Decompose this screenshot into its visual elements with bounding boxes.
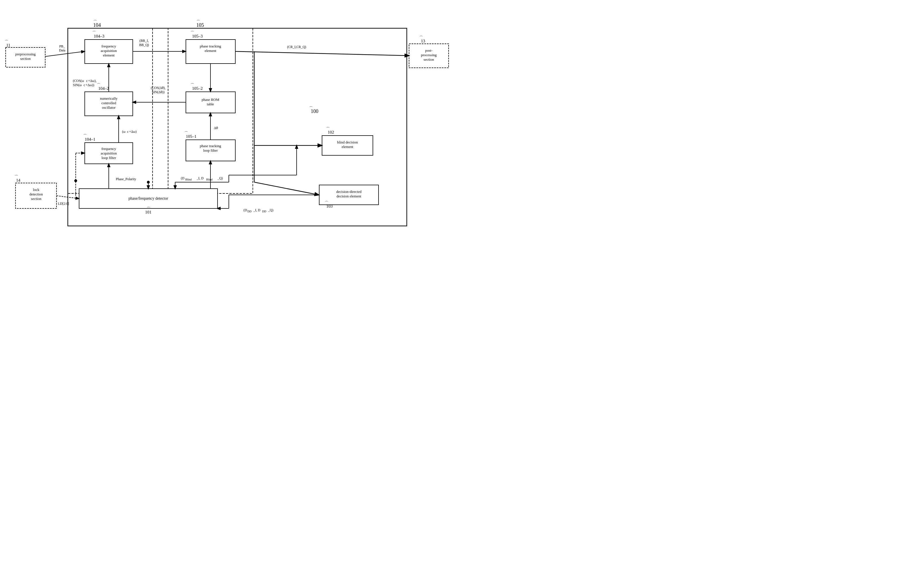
tick-105-1: ⌒ [184, 131, 188, 135]
svg-text:oscillator: oscillator [102, 105, 116, 110]
node-lock-freq [74, 179, 77, 182]
svg-text:element: element [205, 48, 217, 53]
svg-text:_I,  D: _I, D [196, 176, 204, 180]
label-d-blind-iq: (D [181, 176, 184, 180]
svg-text:detection: detection [29, 192, 43, 196]
svg-text:c: c [86, 79, 87, 83]
svg-text:_Q): _Q) [217, 176, 223, 180]
tick-104-2: ⌒ [97, 83, 100, 87]
svg-text:section: section [424, 57, 434, 61]
blind-decision-label: blind decision [337, 140, 358, 144]
svg-text:element: element [341, 145, 353, 149]
tick-14: ⌒ [15, 175, 18, 179]
svg-text:Data: Data [59, 48, 66, 52]
label-cos-delta: (COS(Δθ), [151, 86, 166, 90]
svg-text:BB_Q): BB_Q) [139, 43, 149, 47]
phase-loop-label: phase tracking [200, 144, 221, 148]
tick-104-3: ⌒ [92, 31, 96, 35]
svg-text:c: c [84, 83, 85, 87]
tick-100: ⌒ [309, 106, 313, 110]
label-bb-iq: (BB_I, [139, 39, 149, 43]
svg-text:+Δω)): +Δω)) [86, 83, 94, 87]
tick-103: ⌒ [325, 201, 328, 205]
tick-101: ⌒ [147, 207, 150, 211]
decision-directed-label: decision-directed [336, 189, 362, 194]
svg-text:controlled: controlled [102, 101, 116, 105]
label-delta-theta: Δθ [214, 126, 218, 130]
label-cr-iq: (CR_I,CR_Q) [287, 45, 306, 49]
freq-acq-element-label: frequency [102, 44, 116, 48]
phase-freq-detector-label: phase/frequency detector [129, 196, 168, 200]
tick-105: ⌒ [196, 20, 200, 24]
svg-text:table: table [207, 102, 214, 106]
postprocessing-label: post- [425, 48, 433, 53]
svg-text:section: section [20, 57, 31, 61]
phase-tracking-element-label: phase tracking [200, 44, 221, 48]
nco-label: numerically [100, 96, 118, 100]
svg-text:+Δω),: +Δω), [88, 79, 96, 83]
line-cr-to-dd [254, 182, 318, 195]
line-phase-track-to-post [235, 52, 409, 56]
label-ld: LD[2:0] [58, 202, 69, 205]
svg-text:SIN(Δθ)): SIN(Δθ)) [152, 90, 165, 94]
phase-rom-label: phase ROM [202, 97, 220, 102]
svg-text:SIN(ω: SIN(ω [73, 83, 82, 87]
svg-text:c: c [127, 130, 129, 134]
svg-text:processing: processing [421, 53, 437, 57]
tick-104: ⌒ [93, 20, 97, 24]
svg-text:Blind: Blind [185, 178, 192, 181]
svg-text:DD: DD [262, 210, 266, 213]
svg-text:_Q): _Q) [268, 208, 273, 212]
label-phase-polarity: Phase_Polarity [116, 177, 136, 181]
svg-text:acquisition: acquisition [100, 151, 117, 155]
label-cos-wc-dw: (COS(ω [73, 79, 84, 83]
tick-13: ⌒ [419, 36, 423, 40]
tick-102: ⌒ [326, 127, 330, 131]
svg-text:decision element: decision element [336, 194, 361, 198]
svg-text:Blind: Blind [206, 178, 212, 181]
svg-text:loop filter: loop filter [203, 148, 218, 152]
svg-text:+Δω): +Δω) [129, 130, 136, 134]
label-d-dd-iq: (D [244, 208, 247, 212]
lock-detection-label: lock [33, 187, 40, 192]
tick-105-3: ⌒ [191, 31, 194, 35]
diagram-container: 104 ⌒ 105 ⌒ preprocessing section 11 ⌒ p… [0, 0, 457, 294]
svg-text:loop filter: loop filter [102, 156, 116, 160]
svg-text:DD: DD [247, 210, 251, 213]
tick-11: ⌒ [5, 40, 8, 44]
label-pb-data: PB_ [59, 44, 66, 48]
freq-loop-label: frequency [102, 147, 116, 151]
svg-text:element: element [103, 53, 115, 57]
preprocessing-label: preprocessing [15, 52, 36, 56]
tick-104-1: ⌒ [83, 134, 87, 138]
svg-text:_I, D: _I, D [253, 208, 260, 212]
svg-text:section: section [31, 197, 42, 201]
svg-text:acquisition: acquisition [100, 48, 117, 53]
tick-105-2: ⌒ [191, 83, 194, 87]
label-wc-dw: (ω [122, 130, 125, 134]
